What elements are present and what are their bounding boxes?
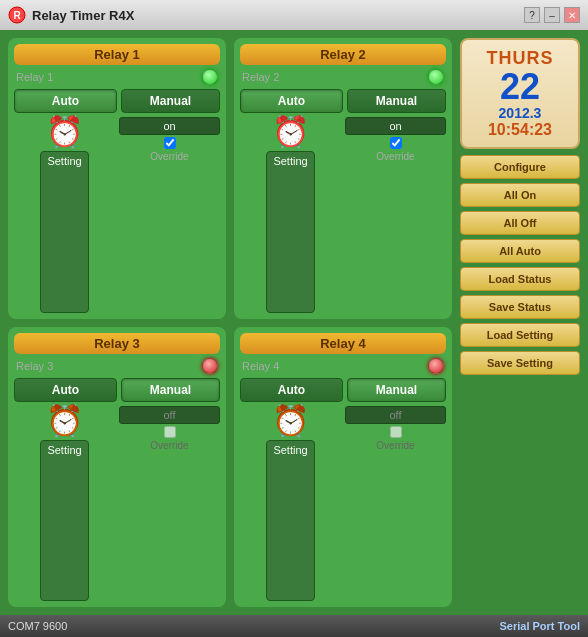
clock-display: THURS 22 2012.3 10:54:23 [460, 38, 580, 149]
relay-1-setting-btn[interactable]: Setting [40, 151, 88, 313]
relay-1-onoff: on [119, 117, 220, 135]
year-month: 2012.3 [470, 105, 570, 121]
save-status-button[interactable]: Save Status [460, 295, 580, 319]
time-display: 10:54:23 [470, 121, 570, 139]
minimize-button[interactable]: – [544, 7, 560, 23]
relay-4-onoff: off [345, 406, 446, 424]
relay-1-clock-icon: ⏰ [46, 117, 83, 147]
main-area: Relay 1 Relay 1 Auto Manual ⏰ S [0, 30, 588, 615]
relay-2-label-row: Relay 2 [240, 69, 446, 85]
load-setting-button[interactable]: Load Setting [460, 323, 580, 347]
title-bar: R Relay Timer R4X ? – ✕ [0, 0, 588, 30]
date-number: 22 [470, 69, 570, 105]
relay-2-label: Relay 2 [242, 71, 279, 83]
relay-2-clock-icon: ⏰ [272, 117, 309, 147]
save-setting-button[interactable]: Save Setting [460, 351, 580, 375]
relay-1-right: on Override [119, 117, 220, 313]
relay-3-right: off Override [119, 406, 220, 602]
relay-3-left: ⏰ Setting [14, 406, 115, 602]
relay-row-top: Relay 1 Relay 1 Auto Manual ⏰ S [8, 38, 452, 319]
relay-box-4: Relay 4 Relay 4 Auto Manual ⏰ S [234, 327, 452, 608]
relay-row-bottom: Relay 3 Relay 3 Auto Manual ⏰ S [8, 327, 452, 608]
relay-3-buttons: Auto Manual [14, 378, 220, 402]
relay-1-manual-btn[interactable]: Manual [121, 89, 220, 113]
relay-2-buttons: Auto Manual [240, 89, 446, 113]
relay-4-manual-btn[interactable]: Manual [347, 378, 446, 402]
right-panel: THURS 22 2012.3 10:54:23 Configure All O… [460, 38, 580, 607]
relays-area: Relay 1 Relay 1 Auto Manual ⏰ S [8, 38, 452, 607]
relay-4-buttons: Auto Manual [240, 378, 446, 402]
relay-1-override-check [164, 137, 176, 149]
content-row: Relay 1 Relay 1 Auto Manual ⏰ S [8, 38, 580, 607]
relay-1-left: ⏰ Setting [14, 117, 115, 313]
relay-2-onoff: on [345, 117, 446, 135]
help-button[interactable]: ? [524, 7, 540, 23]
relay-3-manual-btn[interactable]: Manual [121, 378, 220, 402]
relay-2-override-check [390, 137, 402, 149]
relay-2-manual-btn[interactable]: Manual [347, 89, 446, 113]
relay-4-left: ⏰ Setting [240, 406, 341, 602]
relay-3-auto-btn[interactable]: Auto [14, 378, 117, 402]
relay-4-inner-bottom: ⏰ Setting off Override [240, 406, 446, 602]
relay-3-header: Relay 3 [14, 333, 220, 354]
relay-4-override-checkbox[interactable] [390, 426, 402, 438]
relay-3-override-check [164, 426, 176, 438]
relay-3-onoff: off [119, 406, 220, 424]
app-icon: R [8, 6, 26, 24]
brand-label: Serial Port Tool [500, 620, 580, 632]
relay-1-buttons: Auto Manual [14, 89, 220, 113]
relay-4-label: Relay 4 [242, 360, 279, 372]
all-off-button[interactable]: All Off [460, 211, 580, 235]
configure-button[interactable]: Configure [460, 155, 580, 179]
relay-2-override-label: Override [376, 151, 414, 162]
window-controls: ? – ✕ [524, 7, 580, 23]
action-buttons: Configure All On All Off All Auto Load S… [460, 155, 580, 375]
relay-3-clock-icon: ⏰ [46, 406, 83, 436]
relay-3-override-label: Override [150, 440, 188, 451]
relay-4-setting-btn[interactable]: Setting [266, 440, 314, 602]
relay-1-auto-btn[interactable]: Auto [14, 89, 117, 113]
relay-2-auto-btn[interactable]: Auto [240, 89, 343, 113]
relay-2-inner-bottom: ⏰ Setting on Override [240, 117, 446, 313]
relay-4-override-label: Override [376, 440, 414, 451]
relay-1-label-row: Relay 1 [14, 69, 220, 85]
relay-box-1: Relay 1 Relay 1 Auto Manual ⏰ S [8, 38, 226, 319]
relay-1-inner-bottom: ⏰ Setting on Override [14, 117, 220, 313]
relay-2-override-checkbox[interactable] [390, 137, 402, 149]
relay-3-override-checkbox[interactable] [164, 426, 176, 438]
relay-4-auto-btn[interactable]: Auto [240, 378, 343, 402]
close-button[interactable]: ✕ [564, 7, 580, 23]
relay-4-override-check [390, 426, 402, 438]
relay-3-label: Relay 3 [16, 360, 53, 372]
relay-4-label-row: Relay 4 [240, 358, 446, 374]
relay-2-led [428, 69, 444, 85]
status-bar: COM7 9600 Serial Port Tool [0, 615, 588, 637]
relay-2-setting-btn[interactable]: Setting [266, 151, 314, 313]
relay-1-override-checkbox[interactable] [164, 137, 176, 149]
svg-text:R: R [13, 10, 21, 21]
relay-3-label-row: Relay 3 [14, 358, 220, 374]
relay-2-header: Relay 2 [240, 44, 446, 65]
relay-1-label: Relay 1 [16, 71, 53, 83]
window-title: Relay Timer R4X [32, 8, 518, 23]
relay-1-override-label: Override [150, 151, 188, 162]
all-auto-button[interactable]: All Auto [460, 239, 580, 263]
main-window: R Relay Timer R4X ? – ✕ Relay 1 Relay 1 [0, 0, 588, 637]
relay-4-right: off Override [345, 406, 446, 602]
relay-2-right: on Override [345, 117, 446, 313]
relay-3-inner-bottom: ⏰ Setting off Override [14, 406, 220, 602]
load-status-button[interactable]: Load Status [460, 267, 580, 291]
relay-3-led [202, 358, 218, 374]
relay-4-header: Relay 4 [240, 333, 446, 354]
relay-1-led [202, 69, 218, 85]
relay-4-led [428, 358, 444, 374]
relay-2-left: ⏰ Setting [240, 117, 341, 313]
all-on-button[interactable]: All On [460, 183, 580, 207]
relay-box-3: Relay 3 Relay 3 Auto Manual ⏰ S [8, 327, 226, 608]
port-status: COM7 9600 [8, 620, 67, 632]
relay-1-header: Relay 1 [14, 44, 220, 65]
relay-3-setting-btn[interactable]: Setting [40, 440, 88, 602]
relay-box-2: Relay 2 Relay 2 Auto Manual ⏰ S [234, 38, 452, 319]
relay-4-clock-icon: ⏰ [272, 406, 309, 436]
